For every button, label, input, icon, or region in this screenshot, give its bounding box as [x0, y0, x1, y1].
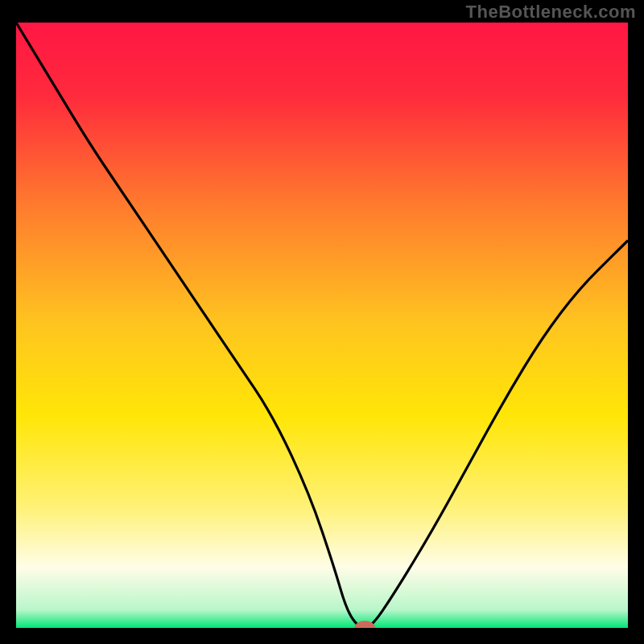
- chart-frame: TheBottleneck.com: [0, 0, 644, 644]
- watermark-text: TheBottleneck.com: [466, 2, 636, 23]
- plot-area: [16, 23, 628, 628]
- gradient-background: [16, 23, 628, 628]
- bottleneck-chart: [16, 23, 628, 628]
